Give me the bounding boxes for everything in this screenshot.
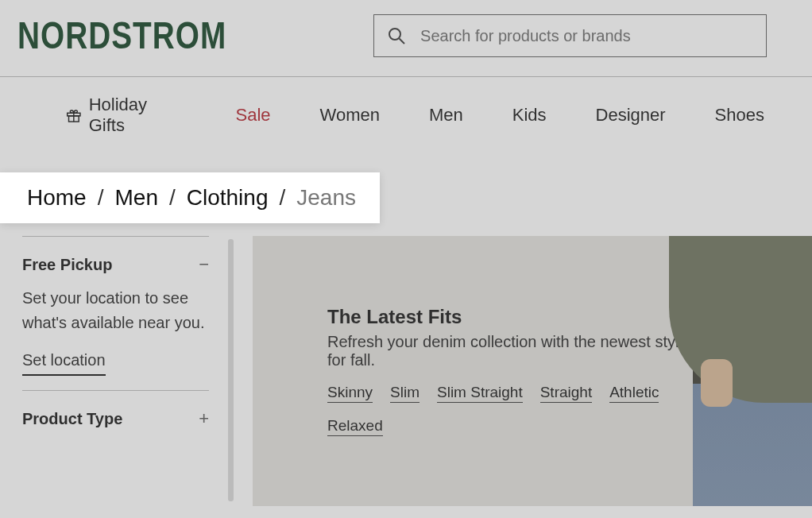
breadcrumb-separator: / [98,185,104,211]
breadcrumb-home[interactable]: Home [27,185,87,211]
nav-shoes[interactable]: Shoes [715,105,764,126]
nav-sale[interactable]: Sale [236,105,271,126]
sidebar-scrollbar[interactable] [228,239,234,501]
breadcrumb-men[interactable]: Men [114,185,157,211]
filter-sidebar: Free Pickup − Set your location to see w… [22,236,209,506]
logo[interactable]: NORDSTROM [17,14,226,57]
fit-link-athletic[interactable]: Athletic [609,384,659,403]
set-location-link[interactable]: Set location [22,348,106,376]
filter-free-pickup-body: Set your location to see what's availabl… [22,286,209,390]
filter-product-type-title: Product Type [22,410,122,428]
nav-holiday-gifts-label: Holiday Gifts [89,95,187,136]
nav-men[interactable]: Men [429,105,463,126]
hero-image-jacket [669,236,812,403]
filter-free-pickup-text: Set your location to see what's availabl… [22,286,209,335]
hero-image [669,236,812,506]
svg-point-0 [389,29,400,40]
main-nav: Holiday Gifts Sale Women Men Kids Design… [0,76,812,153]
search-icon [387,26,406,45]
filter-free-pickup-header[interactable]: Free Pickup − [22,237,209,286]
hero-panel: The Latest Fits Refresh your denim colle… [253,236,812,506]
breadcrumb-separator: / [279,185,285,211]
breadcrumb-clothing[interactable]: Clothing [187,185,269,211]
breadcrumb-separator: / [169,185,176,211]
collapse-icon[interactable]: − [199,254,209,275]
fit-link-slim-straight[interactable]: Slim Straight [437,384,523,403]
header: NORDSTROM [0,0,812,72]
fit-link-slim[interactable]: Slim [390,384,420,403]
breadcrumb: Home / Men / Clothing / Jeans [27,185,356,211]
nav-designer[interactable]: Designer [596,105,666,126]
breadcrumb-highlight: Home / Men / Clothing / Jeans [0,172,380,223]
fit-link-skinny[interactable]: Skinny [327,384,373,403]
content-area: Free Pickup − Set your location to see w… [0,236,812,506]
hero-copy: The Latest Fits Refresh your denim colle… [327,306,709,436]
filter-free-pickup-title: Free Pickup [22,256,112,274]
search-box[interactable] [373,14,767,57]
fit-links: Skinny Slim Slim Straight Straight Athle… [327,384,709,436]
nav-holiday-gifts[interactable]: Holiday Gifts [65,95,187,136]
nav-women[interactable]: Women [320,105,380,126]
fit-link-relaxed[interactable]: Relaxed [327,417,383,436]
svg-line-1 [400,39,405,44]
breadcrumb-current: Jeans [296,185,356,211]
filter-product-type-header[interactable]: Product Type + [22,391,209,440]
hero-title: The Latest Fits [327,306,709,328]
gift-icon [65,106,83,124]
search-input[interactable] [420,27,753,45]
hero-subtitle: Refresh your denim collection with the n… [327,333,709,369]
fit-link-straight[interactable]: Straight [540,384,592,403]
hero-image-hand [701,359,733,407]
expand-icon[interactable]: + [199,408,209,429]
nav-kids[interactable]: Kids [512,105,547,126]
